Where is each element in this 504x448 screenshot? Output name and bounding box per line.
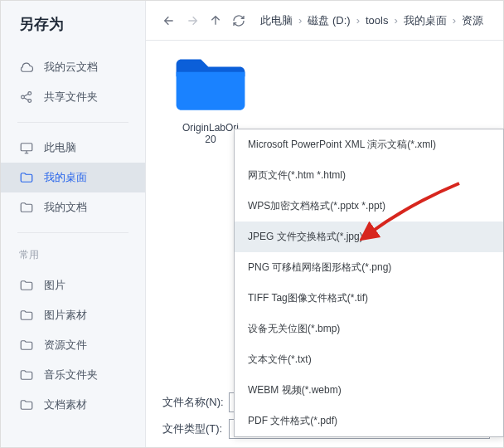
- sidebar-item-label: 共享文件夹: [44, 90, 98, 105]
- filetype-option[interactable]: 设备无关位图(*.bmp): [235, 314, 503, 344]
- sidebar-item-common[interactable]: 图片: [1, 270, 145, 300]
- sidebar-local-section: 此电脑 我的桌面 我的文档: [1, 129, 145, 226]
- chevron-right-icon: ›: [352, 14, 364, 27]
- folder-icon: [19, 397, 34, 412]
- sidebar-item-common[interactable]: 文档素材: [1, 390, 145, 420]
- monitor-icon: [19, 140, 34, 155]
- svg-rect-3: [21, 144, 32, 151]
- filetype-option[interactable]: PDF 文件格式(*.pdf): [235, 406, 503, 436]
- filetype-label: 文件类型(T):: [162, 421, 229, 436]
- svg-point-0: [22, 95, 25, 99]
- dialog-title: 另存为: [1, 1, 145, 49]
- folder-name: OriginLabOri20: [182, 122, 239, 145]
- chevron-right-icon: ›: [448, 14, 460, 27]
- toolbar: 此电脑›磁盘 (D:)›tools›我的桌面›资源: [146, 1, 503, 41]
- breadcrumb-segment[interactable]: 资源: [460, 13, 485, 28]
- divider: [17, 122, 128, 123]
- filetype-option[interactable]: JPEG 文件交换格式(*.jpg): [235, 222, 503, 252]
- sidebar-cloud-section: 我的云文档 共享文件夹: [1, 49, 145, 115]
- sidebar-item-common[interactable]: 音乐文件夹: [1, 360, 145, 390]
- filetype-dropdown[interactable]: Microsoft PowerPoint XML 演示文稿(*.xml)网页文件…: [234, 129, 504, 437]
- sidebar-item-label: 文档素材: [44, 397, 87, 412]
- breadcrumb: 此电脑›磁盘 (D:)›tools›我的桌面›资源: [259, 13, 485, 28]
- folder-icon: [19, 170, 34, 185]
- sidebar-common-label: 常用: [1, 240, 145, 267]
- filetype-option[interactable]: 文本文件(*.txt): [235, 344, 503, 375]
- folder-icon: [19, 338, 34, 353]
- sidebar-item-label: 我的云文档: [44, 60, 98, 75]
- folder-large-icon: [172, 56, 249, 115]
- folder-icon: [19, 200, 34, 215]
- chevron-right-icon: ›: [390, 14, 401, 27]
- filetype-option[interactable]: Microsoft PowerPoint XML 演示文稿(*.xml): [235, 129, 503, 160]
- sidebar-common-section: 图片图片素材资源文件音乐文件夹文档素材: [1, 267, 145, 423]
- up-button[interactable]: [204, 9, 227, 32]
- cloud-icon: [19, 60, 34, 75]
- sidebar-item-label: 图片素材: [44, 308, 87, 323]
- filetype-option[interactable]: 网页文件(*.htm *.html): [235, 160, 503, 191]
- sidebar-item-desktop[interactable]: 我的桌面: [1, 163, 145, 192]
- share-icon: [19, 90, 34, 105]
- sidebar-item-this-pc[interactable]: 此电脑: [1, 133, 145, 163]
- sidebar-item-common[interactable]: 资源文件: [1, 330, 145, 360]
- filetype-option[interactable]: TIFF Tag图像文件格式(*.tif): [235, 283, 503, 314]
- filetype-option[interactable]: PNG 可移植网络图形格式(*.png): [235, 252, 503, 283]
- back-button[interactable]: [158, 9, 181, 32]
- folder-icon: [19, 278, 34, 293]
- breadcrumb-segment[interactable]: 此电脑: [259, 13, 294, 28]
- breadcrumb-segment[interactable]: tools: [364, 14, 390, 27]
- sidebar-item-label: 音乐文件夹: [44, 368, 98, 382]
- sidebar-item-common[interactable]: 图片素材: [1, 300, 145, 330]
- filename-label: 文件名称(N):: [162, 395, 229, 410]
- sidebar-item-documents[interactable]: 我的文档: [1, 192, 145, 222]
- filetype-option[interactable]: WEBM 视频(*.webm): [235, 375, 503, 406]
- sidebar-item-shared[interactable]: 共享文件夹: [1, 82, 145, 112]
- sidebar-item-label: 资源文件: [44, 338, 87, 353]
- sidebar-item-label: 此电脑: [44, 140, 76, 155]
- folder-icon: [19, 308, 34, 323]
- divider: [17, 232, 128, 233]
- refresh-button[interactable]: [227, 9, 250, 32]
- breadcrumb-segment[interactable]: 磁盘 (D:): [306, 13, 351, 28]
- filetype-option[interactable]: WPS加密文档格式(*.pptx *.ppt): [235, 191, 503, 222]
- forward-button[interactable]: [181, 9, 204, 32]
- folder-icon: [19, 368, 34, 382]
- sidebar-item-label: 图片: [44, 278, 65, 293]
- sidebar-item-label: 我的文档: [44, 200, 87, 215]
- chevron-right-icon: ›: [294, 14, 306, 27]
- sidebar: 另存为 我的云文档 共享文件夹 此电脑: [1, 1, 146, 447]
- sidebar-item-cloud-docs[interactable]: 我的云文档: [1, 52, 145, 82]
- sidebar-item-label: 我的桌面: [44, 170, 87, 185]
- breadcrumb-segment[interactable]: 我的桌面: [402, 13, 448, 28]
